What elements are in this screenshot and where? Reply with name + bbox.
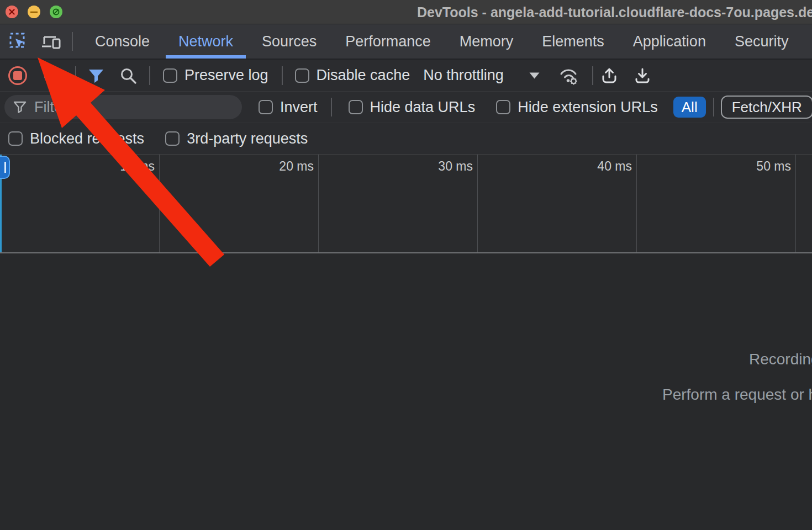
- zoom-window-icon[interactable]: [50, 6, 62, 18]
- hide-extension-urls-label: Hide extension URLs: [518, 99, 658, 116]
- timeline-tick-label: 20 ms: [252, 159, 314, 174]
- third-party-requests-label: 3rd-party requests: [187, 130, 308, 147]
- invert-toggle[interactable]: Invert: [259, 99, 318, 116]
- third-party-requests-checkbox[interactable]: [165, 131, 180, 146]
- network-toolbar: Preserve log Disable cache No throttling: [0, 60, 812, 92]
- tabbar-separator: [72, 32, 73, 51]
- tab-security[interactable]: Security: [720, 24, 803, 59]
- network-optionsbar: Blocked requests 3rd-party requests: [0, 123, 812, 154]
- overview-drag-handle[interactable]: [0, 156, 10, 179]
- tab-memory[interactable]: Memory: [445, 24, 528, 59]
- close-window-icon[interactable]: [6, 6, 18, 18]
- preserve-log-checkbox[interactable]: [163, 68, 177, 83]
- filter-funnel-icon[interactable]: [87, 63, 105, 88]
- hide-extension-urls-checkbox[interactable]: [496, 100, 510, 114]
- preserve-log-toggle[interactable]: Preserve log: [163, 67, 268, 84]
- network-filterbar: Invert Hide data URLs Hide extension URL…: [0, 92, 812, 123]
- hide-data-urls-label: Hide data URLs: [370, 99, 476, 116]
- invert-checkbox[interactable]: [259, 100, 273, 114]
- network-overview-timeline[interactable]: 10 ms 20 ms 30 ms 40 ms 50 ms: [0, 154, 812, 253]
- toolbar-separator: [149, 66, 150, 85]
- toolbar-separator: [282, 66, 283, 85]
- device-toolbar-button[interactable]: [39, 29, 64, 54]
- toolbar-separator: [592, 66, 593, 85]
- inspect-element-button[interactable]: [6, 29, 31, 54]
- timeline-gridline: [795, 155, 796, 252]
- throttling-select[interactable]: No throttling: [423, 67, 504, 84]
- tab-console[interactable]: Console: [81, 24, 164, 59]
- clear-circle-slash-icon[interactable]: [44, 67, 61, 84]
- hide-data-urls-toggle[interactable]: Hide data URLs: [349, 99, 476, 116]
- chevron-down-icon: [529, 63, 540, 88]
- upload-icon[interactable]: [600, 63, 619, 88]
- filterbar-separator: [331, 98, 332, 116]
- disable-cache-label: Disable cache: [317, 67, 410, 84]
- timeline-gridline: [477, 155, 478, 252]
- inspect-cursor-icon: [9, 32, 28, 51]
- record-stop-icon[interactable]: [8, 66, 27, 85]
- filterbar-separator: [713, 98, 714, 116]
- minimize-window-icon[interactable]: [28, 6, 40, 18]
- device-toolbar-icon: [41, 33, 62, 50]
- filter-funnel-outline-icon: [13, 100, 27, 114]
- request-type-all-button[interactable]: All: [673, 97, 706, 118]
- timeline-tick-label: 30 ms: [411, 159, 473, 174]
- timeline-tick-label: 40 ms: [570, 159, 632, 174]
- window-title: DevTools - angela-add-tutorial.cloudflar…: [417, 0, 812, 24]
- timeline-gridline: [159, 155, 160, 252]
- hide-extension-urls-toggle[interactable]: Hide extension URLs: [496, 99, 658, 116]
- hide-data-urls-checkbox[interactable]: [349, 100, 363, 114]
- empty-state-recording-text: Recording network activity…: [749, 351, 812, 368]
- devtools-window: DevTools - angela-add-tutorial.cloudflar…: [0, 0, 812, 530]
- request-type-fetch-xhr-button[interactable]: Fetch/XHR: [721, 96, 812, 119]
- timeline-tick-label: 10 ms: [93, 159, 155, 174]
- third-party-requests-toggle[interactable]: 3rd-party requests: [165, 130, 308, 147]
- filter-field[interactable]: [4, 95, 242, 119]
- search-icon[interactable]: [119, 63, 137, 88]
- timeline-gridline: [636, 155, 637, 252]
- timeline-tick-label: 50 ms: [729, 159, 791, 174]
- window-titlebar: DevTools - angela-add-tutorial.cloudflar…: [0, 0, 812, 24]
- tab-elements[interactable]: Elements: [528, 24, 619, 59]
- tab-network[interactable]: Network: [164, 24, 247, 59]
- traffic-lights: [6, 6, 62, 18]
- blocked-requests-toggle[interactable]: Blocked requests: [8, 130, 144, 147]
- download-icon[interactable]: [633, 63, 652, 88]
- filter-input[interactable]: [34, 99, 233, 116]
- blocked-requests-checkbox[interactable]: [8, 131, 23, 146]
- devtools-tabbar: Console Network Sources Performance Memo…: [0, 24, 812, 60]
- tab-performance[interactable]: Performance: [331, 24, 445, 59]
- empty-state-hint-text: Perform a request or hit ⌘R to record th…: [662, 385, 812, 404]
- invert-label: Invert: [280, 99, 318, 116]
- toolbar-separator: [75, 66, 76, 85]
- tab-application[interactable]: Application: [619, 24, 720, 59]
- preserve-log-label: Preserve log: [184, 67, 268, 84]
- panel-tabs: Console Network Sources Performance Memo…: [81, 24, 803, 59]
- tab-sources[interactable]: Sources: [247, 24, 331, 59]
- blocked-requests-label: Blocked requests: [30, 130, 144, 147]
- disable-cache-checkbox[interactable]: [295, 68, 309, 83]
- wifi-gear-icon[interactable]: [558, 63, 580, 88]
- disable-cache-toggle[interactable]: Disable cache: [295, 67, 410, 84]
- timeline-gridline: [318, 155, 319, 252]
- requests-empty-area: Recording network activity… Perform a re…: [0, 253, 812, 528]
